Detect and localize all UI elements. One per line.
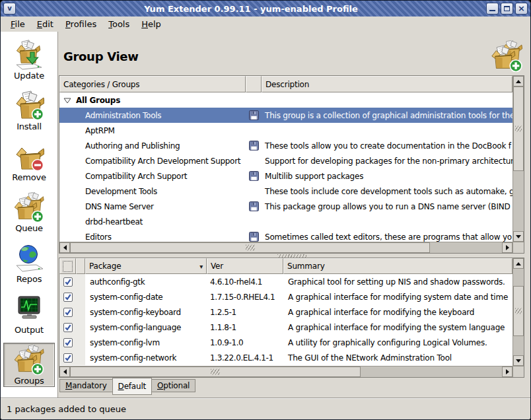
group-row[interactable]: DNS Name Server This package group allow… xyxy=(59,199,513,214)
package-checkbox[interactable] xyxy=(63,323,73,332)
group-name: Compatibility Arch Support xyxy=(59,172,246,181)
column-header-package[interactable]: Package ▾ xyxy=(85,258,207,274)
installed-floppy-icon xyxy=(249,201,259,211)
repos-globe-icon xyxy=(14,243,44,273)
package-row[interactable]: system-config-network 1.3.22.0.EL.4.1-1 … xyxy=(59,350,513,365)
package-version: 1.2.5-1 xyxy=(207,304,283,320)
group-name: Compatibility Arch Development Support xyxy=(59,157,246,166)
group-tree-pane: Categories / Groups Description All Grou… xyxy=(59,75,524,254)
scroll-right-button[interactable] xyxy=(502,242,513,253)
close-icon: × xyxy=(518,4,525,13)
column-header-categories[interactable]: Categories / Groups xyxy=(59,76,246,92)
group-row[interactable]: drbd-heartbeat xyxy=(59,214,513,229)
group-name: DNS Name Server xyxy=(59,202,246,211)
column-header-checkbox[interactable] xyxy=(59,258,76,274)
groups-header-icon xyxy=(489,40,524,72)
content-area: Group View Categories / Groups Descripti… xyxy=(58,32,530,398)
group-row[interactable]: Development Tools These tools include co… xyxy=(59,184,513,199)
check-icon xyxy=(64,277,72,286)
menu-help[interactable]: Help xyxy=(135,17,167,31)
scroll-up-button[interactable] xyxy=(513,258,524,269)
scrollbar-thumb[interactable] xyxy=(70,367,361,377)
window-title: Yum Extender 0.99.11 - yum-enabled Profi… xyxy=(16,4,486,14)
package-checkbox[interactable] xyxy=(63,353,73,363)
scrollbar-thumb[interactable] xyxy=(513,87,524,171)
scrollbar-thumb[interactable] xyxy=(70,242,430,253)
window-menu-button[interactable]: v xyxy=(3,3,16,15)
queue-boxes-icon xyxy=(14,192,44,223)
tab-default[interactable]: Default xyxy=(112,378,152,395)
package-checkbox[interactable] xyxy=(63,277,73,287)
sidebar-item-queue[interactable]: Queue xyxy=(3,190,55,234)
tab-optional[interactable]: Optional xyxy=(152,379,195,392)
group-root-row[interactable]: All Groups xyxy=(59,92,513,108)
package-row[interactable]: system-config-date 1.7.15-0.RHEL4.1 A gr… xyxy=(59,289,513,304)
arrow-left-icon xyxy=(63,245,67,250)
group-horizontal-scrollbar[interactable] xyxy=(59,242,513,253)
maximize-button[interactable] xyxy=(501,3,513,15)
menu-file[interactable]: File xyxy=(5,17,31,31)
scroll-left-button[interactable] xyxy=(59,242,70,253)
sidebar-item-groups[interactable]: Groups xyxy=(3,343,55,387)
group-row[interactable]: Editors Sometimes called text editors, t… xyxy=(59,229,513,242)
group-description: This group is a collection of graphical … xyxy=(262,111,513,120)
group-description: This package group allows you to run a D… xyxy=(262,202,513,211)
package-type-tabs: Mandatory Default Optional xyxy=(59,378,524,395)
expander-open-icon[interactable] xyxy=(63,97,71,104)
package-checkbox[interactable] xyxy=(63,308,73,317)
minimize-icon xyxy=(489,6,495,11)
scroll-right-button[interactable] xyxy=(502,367,513,377)
group-description: Multilib support packages xyxy=(262,172,513,181)
package-version: 1.3.22.0.EL.4.1-1 xyxy=(207,350,283,365)
sidebar: Update Install Remove Queue Repos Output xyxy=(1,32,58,398)
group-name: drbd-heartbeat xyxy=(59,217,246,227)
group-name: Editors xyxy=(59,232,246,242)
check-icon xyxy=(64,308,72,316)
page-title: Group View xyxy=(63,50,139,63)
minimize-button[interactable] xyxy=(486,3,499,15)
column-header-spacer[interactable] xyxy=(76,258,85,274)
column-header-icon[interactable] xyxy=(246,76,262,92)
package-checkbox[interactable] xyxy=(63,293,73,302)
sidebar-item-repos[interactable]: Repos xyxy=(3,241,55,285)
sidebar-item-output[interactable]: Output xyxy=(3,292,55,336)
arrow-down-icon xyxy=(516,235,521,238)
scrollbar-thumb[interactable] xyxy=(513,286,524,336)
package-row[interactable]: system-config-lvm 1.0.9-1.0 A utility fo… xyxy=(59,335,513,350)
menu-profiles[interactable]: Profiles xyxy=(59,17,102,31)
group-row[interactable]: Compatibility Arch Development Support S… xyxy=(59,153,513,168)
menu-edit[interactable]: Edit xyxy=(31,17,59,31)
sidebar-item-update[interactable]: Update xyxy=(3,38,55,82)
scroll-up-button[interactable] xyxy=(513,76,524,87)
scroll-down-button[interactable] xyxy=(513,355,524,366)
group-row[interactable]: Administration Tools This group is a col… xyxy=(59,108,513,123)
group-row[interactable]: AptRPM xyxy=(59,123,513,138)
package-row[interactable]: system-config-keyboard 1.2.5-1 A graphic… xyxy=(59,304,513,320)
groups-boxes-icon xyxy=(14,345,44,375)
group-row[interactable]: Compatibility Arch Support Multilib supp… xyxy=(59,168,513,184)
column-header-ver[interactable]: Ver xyxy=(207,258,283,274)
package-horizontal-scrollbar[interactable] xyxy=(59,366,513,377)
sidebar-item-install[interactable]: Install xyxy=(3,88,55,133)
group-vertical-scrollbar[interactable] xyxy=(513,76,524,242)
sidebar-item-label: Install xyxy=(17,122,42,131)
titlebar[interactable]: v Yum Extender 0.99.11 - yum-enabled Pro… xyxy=(1,1,530,17)
package-row[interactable]: authconfig-gtk 4.6.10-rhel4.1 Graphical … xyxy=(59,274,513,289)
sidebar-item-label: Output xyxy=(15,325,44,335)
sidebar-item-remove[interactable]: Remove xyxy=(3,139,55,184)
arrow-down-icon xyxy=(516,359,521,363)
package-checkbox[interactable] xyxy=(63,338,73,347)
close-button[interactable]: × xyxy=(515,3,528,15)
package-summary: A utility for graphically configuring Lo… xyxy=(283,335,513,350)
group-row[interactable]: Authoring and Publishing These tools all… xyxy=(59,138,513,153)
scroll-down-button[interactable] xyxy=(513,231,524,242)
column-header-summary[interactable]: Summary xyxy=(283,258,513,274)
scroll-left-button[interactable] xyxy=(59,367,70,377)
menu-tools[interactable]: Tools xyxy=(102,17,135,31)
group-description: Support for developing packages for the … xyxy=(262,157,513,166)
group-name: Authoring and Publishing xyxy=(59,141,246,151)
column-header-description[interactable]: Description xyxy=(262,76,513,92)
package-vertical-scrollbar[interactable] xyxy=(513,258,524,366)
tab-mandatory[interactable]: Mandatory xyxy=(59,379,113,392)
package-row[interactable]: system-config-language 1.1.8-1 A graphic… xyxy=(59,320,513,335)
